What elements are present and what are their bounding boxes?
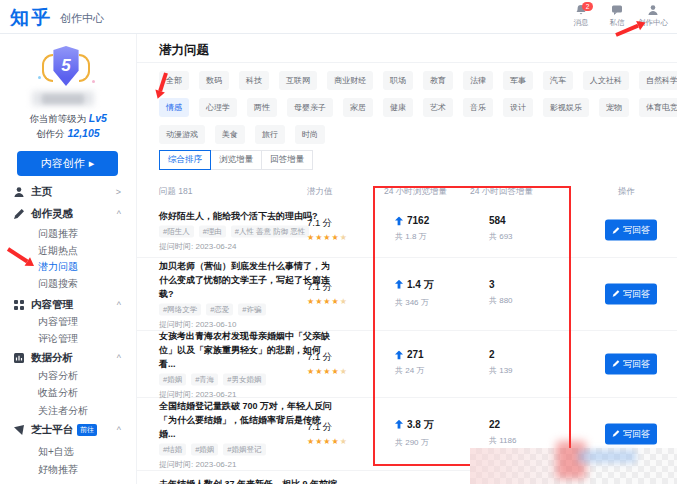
category-chip[interactable]: 影视娱乐	[543, 98, 589, 117]
category-chip[interactable]: 军事	[503, 71, 533, 90]
col-potential: 潜力值	[307, 186, 333, 198]
sort-tab-comprehensive[interactable]: 综合排序	[159, 150, 211, 170]
creation-score: 创作分 12,105	[0, 127, 136, 141]
write-answer-button[interactable]: 写回答	[605, 353, 657, 374]
pen-icon	[13, 208, 25, 220]
zhihu-logo[interactable]: 知乎	[10, 5, 52, 31]
score-label: 创作分	[36, 128, 65, 139]
topic-tag[interactable]: #婚姻	[191, 443, 218, 455]
category-chip[interactable]: 美食	[215, 125, 245, 144]
stars-empty: ★	[340, 366, 348, 375]
top-nav: 2 消息 私信 创作中心	[563, 4, 671, 28]
category-chip-emotion-active[interactable]: 情感	[159, 98, 189, 117]
content-create-button[interactable]: 内容创作 ▸	[17, 151, 118, 176]
nav-messages[interactable]: 2 消息	[563, 4, 599, 28]
potential-cell: 7.1 分 ★★★★★	[307, 217, 348, 242]
category-chip[interactable]: 体育电竞	[639, 98, 677, 117]
product-name: 创作中心	[60, 11, 104, 26]
category-chip[interactable]: 自然科学	[639, 71, 677, 90]
category-chip[interactable]: 宠物	[599, 98, 629, 117]
category-chip[interactable]: 时尚	[295, 125, 325, 144]
sort-tab-view-increment[interactable]: 浏览增量	[210, 150, 262, 170]
sidebar-group-content-manage[interactable]: 内容管理 ^	[0, 297, 136, 313]
category-chip[interactable]: 教育	[423, 71, 453, 90]
sidebar-group-cheese-platform[interactable]: 芝士平台 前往 ^	[0, 422, 136, 438]
topic-tag[interactable]: #理由	[199, 226, 226, 238]
category-chip[interactable]: 商业财经	[327, 71, 373, 90]
sidebar-item-question-search[interactable]: 问题搜索	[38, 277, 78, 291]
category-chip[interactable]: 互联网	[279, 71, 317, 90]
star-rating: ★★★★★	[307, 436, 348, 445]
sidebar-item-good-things[interactable]: 好物推荐	[38, 463, 78, 477]
views-total: 共 346 万	[395, 296, 434, 307]
star-rating: ★★★★★	[307, 233, 348, 242]
topic-tag[interactable]: #网络文学	[159, 303, 201, 315]
question-time: 提问时间: 2023-06-24	[159, 241, 335, 252]
category-row-3: 动漫游戏 美食 旅行 时尚	[159, 125, 677, 144]
category-chip[interactable]: 音乐	[463, 98, 493, 117]
sidebar-item-potential-questions[interactable]: 潜力问题	[38, 260, 78, 274]
sort-tab-answer-increment[interactable]: 回答增量	[261, 150, 313, 170]
table-row: 你好陌生人，能给我个活下去的理由吗? #陌生人 #理由 #人性 善意 防御 恶性…	[137, 203, 677, 258]
topic-tag[interactable]: #陌生人	[159, 226, 194, 238]
category-chip[interactable]: 健康	[383, 98, 413, 117]
category-chip[interactable]: 心理学	[199, 98, 237, 117]
category-chip[interactable]: 数码	[199, 71, 229, 90]
topic-tag[interactable]: #婚姻	[159, 373, 186, 385]
sidebar-item-content-analysis[interactable]: 内容分析	[38, 369, 78, 383]
category-chip[interactable]: 旅行	[255, 125, 285, 144]
answers-increment-cell: 22 共 1186	[489, 419, 516, 446]
category-chip[interactable]: 动漫游戏	[159, 125, 205, 144]
views-delta: 7162	[407, 215, 429, 226]
write-answer-label: 写回答	[623, 427, 650, 440]
category-chip-all[interactable]: 全部	[159, 71, 189, 90]
category-filter: 全部 数码 科技 互联网 商业财经 职场 教育 法律 军事 汽车 人文社科 自然…	[159, 71, 677, 152]
potential-cell: 7.1 分 ★★★★★	[307, 280, 348, 305]
write-answer-button[interactable]: 写回答	[605, 283, 657, 304]
nav-creator-center[interactable]: 创作中心	[635, 4, 671, 28]
col-views-increment: 24 小时浏览增量	[384, 186, 447, 198]
sidebar-item-zhi-plus[interactable]: 知+自选	[38, 445, 74, 459]
category-chip[interactable]: 科技	[239, 71, 269, 90]
sidebar-item-content-manage[interactable]: 内容管理	[38, 315, 78, 329]
nav-private-messages[interactable]: 私信	[599, 4, 635, 28]
chevron-up-icon: ^	[117, 209, 121, 219]
answers-increment-cell: 584 共 693	[489, 215, 513, 242]
category-chip[interactable]: 艺术	[423, 98, 453, 117]
stars-filled: ★★★★	[307, 296, 340, 305]
category-chip[interactable]: 汽车	[543, 71, 573, 90]
topic-tag[interactable]: #诈骗	[238, 303, 265, 315]
table-row: 加贝老师（营仙）到底发生什么事情了，为什么变成了忧郁的文学王子，写起了长篇连载?…	[137, 257, 677, 331]
category-chip[interactable]: 家居	[343, 98, 373, 117]
topic-tag[interactable]: #人性 善意 防御 恶性	[231, 226, 309, 238]
views-increment-cell: 3.8 万 共 290 万	[395, 417, 434, 447]
category-chip[interactable]: 两性	[247, 98, 277, 117]
level-shield-icon: 5	[51, 46, 81, 86]
sidebar-item-recent-hot[interactable]: 近期热点	[38, 244, 78, 258]
category-chip[interactable]: 设计	[503, 98, 533, 117]
category-chip[interactable]: 人文社科	[583, 71, 629, 90]
topic-tag[interactable]: #男女婚姻	[223, 373, 265, 385]
write-answer-button[interactable]: 写回答	[605, 220, 657, 241]
sidebar-item-comment-manage[interactable]: 评论管理	[38, 332, 78, 346]
topic-tag[interactable]: #青海	[191, 373, 218, 385]
topic-tag[interactable]: #结婚	[159, 443, 186, 455]
up-arrow-icon	[395, 350, 403, 359]
chevron-up-icon: ^	[117, 300, 121, 310]
category-chip[interactable]: 法律	[463, 71, 493, 90]
sidebar-group-inspiration[interactable]: 创作灵感 ^	[0, 206, 136, 222]
sidebar-item-question-recommend[interactable]: 问题推荐	[38, 227, 78, 241]
topic-tag[interactable]: #恋爱	[206, 303, 233, 315]
category-chip[interactable]: 职场	[383, 71, 413, 90]
sidebar-group-data-analysis[interactable]: 数据分析 ^	[0, 350, 136, 366]
category-chip[interactable]: 母婴亲子	[287, 98, 333, 117]
topic-tag[interactable]: #婚姻登记	[223, 443, 265, 455]
write-answer-button[interactable]: 写回答	[605, 423, 657, 444]
chevron-right-icon: >	[116, 187, 121, 197]
sidebar-item-revenue-analysis[interactable]: 收益分析	[38, 386, 78, 400]
sidebar-item-home[interactable]: 主页 >	[0, 184, 136, 200]
potential-score: 7.1 分	[307, 420, 348, 433]
sidebar-item-follower-analysis[interactable]: 关注者分析	[38, 404, 88, 418]
views-increment-cell: 1.4 万 共 346 万	[395, 277, 434, 307]
write-answer-label: 写回答	[623, 357, 650, 370]
